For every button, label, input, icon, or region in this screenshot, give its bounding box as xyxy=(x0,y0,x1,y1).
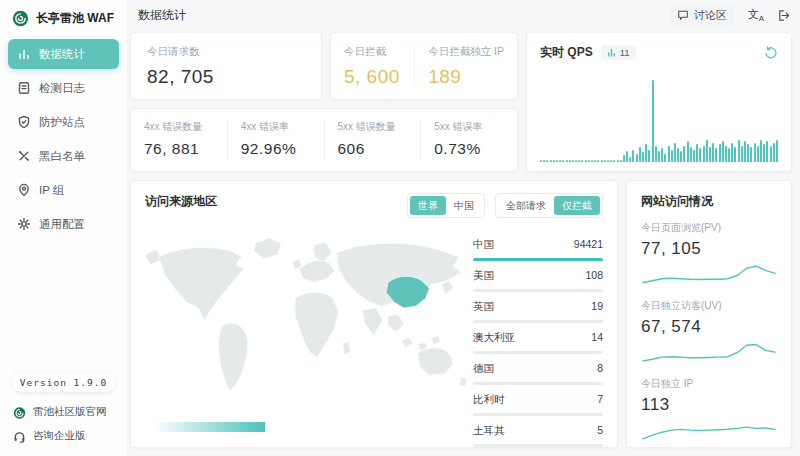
qps-bar xyxy=(642,152,644,162)
toggle-all-requests[interactable]: 全部请求 xyxy=(498,196,554,215)
sidebar-menu: 数据统计 检测日志 防护站点 黑白名单 IP 组 xyxy=(0,35,127,243)
sidebar-item-label: 黑白名单 xyxy=(39,149,85,164)
chat-icon xyxy=(677,9,689,21)
error-stat-value: 76, 881 xyxy=(144,140,214,158)
qps-bar xyxy=(658,151,660,162)
bar-chart-icon xyxy=(17,47,31,61)
error-stat-value: 606 xyxy=(338,140,408,158)
toggle-china[interactable]: 中国 xyxy=(446,196,482,215)
translate-icon[interactable]: 文A xyxy=(748,7,764,23)
qps-bar xyxy=(569,160,571,162)
ip-pin-icon xyxy=(17,183,31,197)
qps-bar xyxy=(588,160,590,162)
sidebar-footer: Version 1.9.0 雷池社区版官网 咨询企业版 xyxy=(0,373,127,448)
qps-bar xyxy=(636,154,638,162)
qps-bar xyxy=(639,147,641,162)
qps-bar xyxy=(648,150,650,162)
qps-badge: 11 xyxy=(601,45,636,60)
qps-bar xyxy=(620,160,622,162)
qps-bar xyxy=(550,160,552,162)
site-metric: 今日独立访客(UV) 67, 574 xyxy=(641,299,777,366)
country-row: 英国 19 xyxy=(473,300,603,323)
toggle-blocked-only[interactable]: 仅拦截 xyxy=(554,196,600,215)
country-row: 比利时 7 xyxy=(473,393,603,416)
forum-label: 讨论区 xyxy=(694,8,727,23)
qps-bar xyxy=(601,160,603,162)
qps-bar xyxy=(741,146,743,162)
qps-bar xyxy=(562,160,564,162)
qps-bar xyxy=(744,141,746,162)
sparkline-chart xyxy=(641,416,777,444)
qps-bar xyxy=(610,160,612,162)
qps-bar xyxy=(683,146,685,162)
history-icon[interactable] xyxy=(764,46,778,60)
error-stat-label: 4xx 错误率 xyxy=(241,120,311,134)
forum-button[interactable]: 讨论区 xyxy=(669,5,735,26)
sidebar-item[interactable]: 通用配置 xyxy=(8,209,119,239)
qps-bar xyxy=(594,160,596,162)
qps-bar xyxy=(763,144,765,162)
toggle-world[interactable]: 世界 xyxy=(410,196,446,215)
site-metric: 今日独立 IP 113 xyxy=(641,377,777,444)
qps-bar xyxy=(690,147,692,162)
country-bar xyxy=(473,413,603,416)
country-value: 94421 xyxy=(574,238,603,252)
qps-bar xyxy=(671,150,673,162)
sidebar-item[interactable]: IP 组 xyxy=(8,175,119,205)
sidebar-item[interactable]: 黑白名单 xyxy=(8,141,119,171)
country-bar xyxy=(473,444,603,447)
sidebar-item[interactable]: 数据统计 xyxy=(8,39,119,69)
sidebar-item[interactable]: 防护站点 xyxy=(8,107,119,137)
qps-bar xyxy=(553,160,555,162)
safeline-logo-icon xyxy=(13,406,26,419)
country-value: 19 xyxy=(591,300,603,314)
country-value: 14 xyxy=(591,331,603,345)
version-badge: Version 1.9.0 xyxy=(12,373,115,392)
requests-label: 今日请求数 xyxy=(147,45,305,59)
site-metric-label: 今日页面浏览(PV) xyxy=(641,221,777,235)
qps-bar xyxy=(540,160,542,162)
site-metric-label: 今日独立 IP xyxy=(641,377,777,391)
qps-bar xyxy=(693,150,695,162)
error-stat: 4xx 错误数量 76, 881 xyxy=(131,120,227,160)
country-row: 美国 108 xyxy=(473,269,603,292)
sidebar-item[interactable]: 检测日志 xyxy=(8,73,119,103)
qps-bar xyxy=(632,150,634,162)
qps-bar xyxy=(715,148,717,162)
country-bar xyxy=(473,320,603,323)
country-name: 中国 xyxy=(473,238,494,252)
safeline-logo-icon xyxy=(12,10,29,27)
logout-icon[interactable] xyxy=(777,9,790,22)
qps-bar xyxy=(680,151,682,162)
sidebar-link[interactable]: 咨询企业版 xyxy=(12,424,115,448)
qps-bar xyxy=(770,146,772,162)
qps-bar xyxy=(607,160,609,162)
qps-bar xyxy=(546,160,548,162)
qps-card: 实时 QPS 11 xyxy=(526,32,792,172)
qps-chart xyxy=(540,78,779,162)
qps-bar xyxy=(725,146,727,162)
error-stat-value: 92.96% xyxy=(241,140,311,158)
site-metric-label: 今日独立访客(UV) xyxy=(641,299,777,313)
gear-icon xyxy=(17,217,31,231)
qps-bar xyxy=(566,160,568,162)
brand: 长亭雷池 WAF xyxy=(0,0,127,35)
sidebar-item-label: 检测日志 xyxy=(39,81,85,96)
sparkline-chart xyxy=(641,338,777,366)
qps-bar xyxy=(696,144,698,162)
country-bar xyxy=(473,382,603,385)
qps-bar xyxy=(750,147,752,162)
site-metric-value: 77, 105 xyxy=(641,239,777,259)
qps-bar xyxy=(655,146,657,162)
requests-value: 82, 705 xyxy=(147,66,305,88)
qps-bar xyxy=(559,160,561,162)
qps-bar xyxy=(703,146,705,162)
requests-card: 今日请求数 82, 705 xyxy=(130,32,322,100)
qps-badge-value: 11 xyxy=(620,47,630,58)
sidebar-link[interactable]: 雷池社区版官网 xyxy=(12,400,115,424)
country-value: 8 xyxy=(597,362,603,376)
qps-bar xyxy=(738,140,740,162)
qps-bar xyxy=(731,143,733,162)
qps-bar xyxy=(677,148,679,162)
qps-bar xyxy=(652,80,654,162)
